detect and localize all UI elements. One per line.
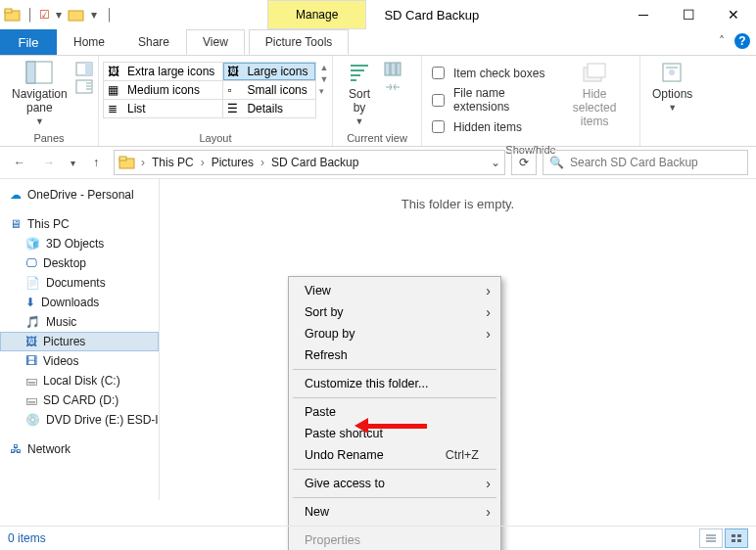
svg-rect-29 <box>737 534 741 537</box>
window-title: SD Card Backup <box>366 0 496 29</box>
tree-3d-objects[interactable]: 🧊3D Objects <box>0 234 159 253</box>
chevron-right-icon[interactable]: › <box>198 156 208 169</box>
ribbon-collapse-icon[interactable]: ˄ <box>719 34 725 48</box>
desktop-icon: 🖵 <box>25 256 37 270</box>
tree-dvd-drive[interactable]: 💿DVD Drive (E:) ESD-IS <box>0 410 159 430</box>
up-button[interactable]: ↑ <box>84 151 108 174</box>
help-icon[interactable]: ? <box>734 33 750 49</box>
ctx-new[interactable]: New <box>291 501 498 523</box>
contextual-tab-manage[interactable]: Manage <box>267 0 366 29</box>
qat-check-icon[interactable]: ☑ <box>39 8 50 22</box>
ctx-paste[interactable]: Paste <box>291 401 498 423</box>
hide-icon <box>580 60 609 85</box>
computer-icon: 🖥 <box>10 217 22 231</box>
ctx-give-access-to[interactable]: Give access to <box>291 473 498 494</box>
svg-rect-31 <box>737 539 741 542</box>
breadcrumb[interactable]: SD Card Backup <box>269 156 360 169</box>
music-icon: 🎵 <box>25 315 40 329</box>
chevron-right-icon[interactable]: › <box>138 156 148 169</box>
ctx-undo-rename[interactable]: Undo RenameCtrl+Z <box>291 444 498 466</box>
tree-network[interactable]: 🖧Network <box>0 439 159 459</box>
search-input[interactable]: 🔍 Search SD Card Backup <box>543 150 748 175</box>
gallery-down-icon[interactable]: ▼ <box>318 73 329 85</box>
svg-rect-16 <box>391 63 396 75</box>
breadcrumb[interactable]: This PC <box>150 156 196 169</box>
address-dropdown-icon[interactable]: ⌄ <box>491 156 500 169</box>
layout-list[interactable]: ≣List <box>104 100 223 118</box>
hide-selected-button[interactable]: Hide selected items <box>555 60 634 128</box>
tree-videos[interactable]: 🎞Videos <box>0 351 159 371</box>
tree-music[interactable]: 🎵Music <box>0 312 159 332</box>
tree-documents[interactable]: 📄Documents <box>0 273 159 293</box>
svg-rect-4 <box>26 62 35 83</box>
qat-menu-icon[interactable]: ▾ <box>87 8 101 22</box>
recent-dropdown[interactable]: ▾ <box>67 151 78 174</box>
chevron-right-icon[interactable]: › <box>258 156 267 169</box>
layout-medium[interactable]: ▦Medium icons <box>104 81 223 100</box>
options-button[interactable]: Options ▼ <box>646 60 698 113</box>
nav-pane-icon <box>24 60 54 85</box>
tab-home[interactable]: Home <box>57 29 121 55</box>
sort-by-button[interactable]: Sort by ▼ <box>339 60 380 126</box>
file-name-extensions-toggle[interactable]: File name extensions <box>428 84 555 115</box>
ctx-sort-by[interactable]: Sort by <box>291 301 498 323</box>
gallery-more-icon[interactable]: ▾ <box>318 85 329 97</box>
tab-picture-tools[interactable]: Picture Tools <box>249 29 349 55</box>
svg-rect-17 <box>397 63 401 75</box>
disc-icon: 💿 <box>25 413 40 427</box>
tab-file[interactable]: File <box>0 29 57 55</box>
address-bar[interactable]: › This PC › Pictures › SD Card Backup ⌄ <box>114 150 505 175</box>
layout-large[interactable]: 🖼Large icons <box>223 63 316 81</box>
tab-share[interactable]: Share <box>121 29 186 55</box>
video-icon: 🎞 <box>25 354 37 368</box>
tree-local-disk[interactable]: 🖴Local Disk (C:) <box>0 371 159 390</box>
tree-pictures[interactable]: 🖼Pictures <box>0 332 159 351</box>
ctx-customize-folder[interactable]: Customize this folder... <box>291 373 498 394</box>
layout-details[interactable]: ☰Details <box>223 100 316 118</box>
group-label-panes: Panes <box>0 130 98 146</box>
folder-icon <box>4 7 22 23</box>
maximize-button[interactable]: ☐ <box>666 0 711 29</box>
tree-desktop[interactable]: 🖵Desktop <box>0 253 159 273</box>
ctx-group-by[interactable]: Group by <box>291 323 498 344</box>
svg-rect-28 <box>732 534 735 537</box>
chevron-down-icon[interactable]: ▾ <box>52 8 66 22</box>
svg-rect-1 <box>5 9 12 13</box>
svg-rect-6 <box>85 63 92 75</box>
hidden-items-toggle[interactable]: Hidden items <box>428 115 555 138</box>
layout-gallery[interactable]: 🖼Extra large icons 🖼Large icons ▦Medium … <box>103 62 316 118</box>
close-button[interactable]: ✕ <box>711 0 756 29</box>
download-icon: ⬇ <box>25 296 35 309</box>
svg-rect-2 <box>69 11 83 21</box>
size-columns-icon[interactable] <box>384 79 402 94</box>
view-details-button[interactable] <box>699 528 723 548</box>
pictures-icon: 🖼 <box>25 335 37 348</box>
layout-small[interactable]: ▫Small icons <box>223 81 316 100</box>
layout-extra-large[interactable]: 🖼Extra large icons <box>104 63 223 81</box>
ctx-view[interactable]: View <box>291 280 498 301</box>
view-large-icons-button[interactable] <box>725 528 748 548</box>
tree-onedrive[interactable]: ☁OneDrive - Personal <box>0 185 159 205</box>
ctx-paste-shortcut[interactable]: Paste shortcut <box>291 423 498 444</box>
gallery-up-icon[interactable]: ▲ <box>318 62 329 73</box>
preview-pane-icon[interactable] <box>75 62 93 76</box>
context-menu: View Sort by Group by Refresh Customize … <box>288 276 501 550</box>
forward-button[interactable]: → <box>37 151 61 174</box>
breadcrumb[interactable]: Pictures <box>210 156 256 169</box>
cube-icon: 🧊 <box>25 237 40 251</box>
add-columns-icon[interactable] <box>384 62 402 76</box>
svg-rect-30 <box>732 539 735 542</box>
tree-sd-card[interactable]: 🖴SD CARD (D:) <box>0 390 159 410</box>
tab-view[interactable]: View <box>186 29 245 55</box>
ctx-refresh[interactable]: Refresh <box>291 344 498 366</box>
navigation-tree[interactable]: ☁OneDrive - Personal 🖥This PC 🧊3D Object… <box>0 179 160 500</box>
details-pane-icon[interactable] <box>75 79 93 94</box>
shortcut-label: Ctrl+Z <box>446 448 479 462</box>
refresh-button[interactable]: ⟳ <box>511 150 537 175</box>
item-check-boxes-toggle[interactable]: Item check boxes <box>428 62 555 84</box>
tree-this-pc[interactable]: 🖥This PC <box>0 214 159 234</box>
navigation-pane-button[interactable]: Navigation pane ▼ <box>6 60 73 126</box>
tree-downloads[interactable]: ⬇Downloads <box>0 293 159 312</box>
minimize-button[interactable]: ─ <box>621 0 666 29</box>
back-button[interactable]: ← <box>8 151 31 174</box>
